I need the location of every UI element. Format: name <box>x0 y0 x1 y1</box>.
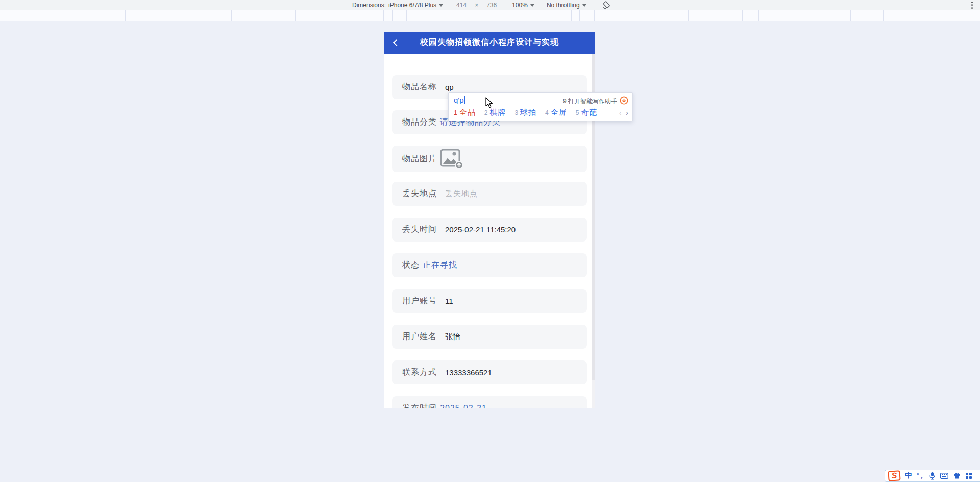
field-label: 物品名称 <box>402 82 445 92</box>
writing-assistant-icon[interactable] <box>620 96 628 107</box>
form-row-user-account: 用户账号 11 <box>392 289 587 313</box>
page-title: 校园失物招领微信小程序设计与实现 <box>420 37 559 48</box>
chevron-down-icon <box>530 4 534 7</box>
device-preset-dropdown[interactable]: iPhone 6/7/8 Plus <box>388 2 443 9</box>
text-caret <box>464 96 465 104</box>
ruler-tick <box>406 10 407 21</box>
form-row-contact: 联系方式 13333366521 <box>392 360 587 384</box>
viewport-width-input[interactable]: 414 <box>456 2 467 9</box>
field-label: 联系方式 <box>402 367 445 378</box>
toolbox-grid-icon[interactable] <box>966 473 972 479</box>
field-label: 物品图片 <box>402 154 437 164</box>
field-label: 物品分类 <box>402 117 437 128</box>
field-label: 发布时间 <box>402 403 437 408</box>
ruler-tick <box>571 10 572 21</box>
microphone-icon[interactable] <box>929 472 936 480</box>
ime-prev-page-icon[interactable]: ‹ <box>619 109 622 117</box>
ime-next-page-icon[interactable]: › <box>626 109 628 117</box>
sogou-ime-bar: S 中 °， <box>885 470 980 482</box>
mouse-cursor <box>484 97 494 111</box>
rotate-device-icon[interactable] <box>602 1 611 10</box>
lost-location-input[interactable]: 丢失地点 <box>445 189 478 199</box>
device-viewport: 校园失物招领微信小程序设计与实现 物品名称 qp 物品分类 请选择物品分类 物品… <box>384 32 595 408</box>
chevron-left-icon <box>393 39 400 46</box>
ruler-tick <box>742 10 743 21</box>
status-link[interactable]: 正在寻找 <box>423 260 457 271</box>
skin-shirt-icon[interactable] <box>953 472 961 479</box>
form-row-lost-location: 丢失地点 丢失地点 <box>392 182 587 206</box>
ruler-tick <box>125 10 126 21</box>
app-header: 校园失物招领微信小程序设计与实现 <box>384 32 595 54</box>
ime-candidate-3[interactable]: 3 球拍 <box>514 108 536 117</box>
ime-candidate-1[interactable]: 1 全品 <box>454 108 476 117</box>
ruler-tick <box>231 10 232 21</box>
ime-composition-text: q'p <box>454 95 464 104</box>
smart-writing-hint[interactable]: 9 打开智能写作助手 <box>563 97 617 106</box>
ruler-tick <box>579 10 580 21</box>
ruler-tick <box>594 10 595 21</box>
form-row-user-name: 用户姓名 张怡 <box>392 325 587 349</box>
ruler-tick <box>392 10 393 21</box>
multiply-sign: × <box>475 2 478 9</box>
user-account-value: 11 <box>445 297 453 305</box>
user-name-value: 张怡 <box>445 332 460 342</box>
soft-keyboard-icon[interactable] <box>940 473 948 479</box>
form-row-status: 状态 正在寻找 <box>392 253 587 277</box>
ruler-band <box>0 10 980 21</box>
zoom-dropdown[interactable]: 100% <box>512 2 534 9</box>
field-label: 状态 <box>402 260 420 271</box>
item-name-input[interactable]: qp <box>445 83 454 91</box>
devtools-device-toolbar: Dimensions: iPhone 6/7/8 Plus 414 × 736 … <box>0 0 980 10</box>
ime-candidate-5[interactable]: 5 奇葩 <box>576 108 598 117</box>
field-label: 用户账号 <box>402 296 445 306</box>
publish-time-value: 2025-02-21 <box>440 404 487 409</box>
form-row-publish-time: 发布时间 2025-02-21 <box>392 396 587 408</box>
field-label: 丢失时间 <box>402 224 445 235</box>
throttling-dropdown[interactable]: No throttling <box>547 2 586 9</box>
ruler-tick <box>758 10 759 21</box>
dimensions-label: Dimensions: <box>352 2 386 9</box>
lost-time-input[interactable]: 2025-02-21 11:45:20 <box>445 225 516 234</box>
punctuation-mode-icon[interactable]: °， <box>917 472 924 480</box>
ruler-tick <box>883 10 884 21</box>
contact-input[interactable]: 13333366521 <box>445 368 492 377</box>
viewport-height-input[interactable]: 736 <box>486 2 497 9</box>
chevron-down-icon <box>582 4 586 7</box>
chinese-mode-icon[interactable]: 中 <box>905 471 912 480</box>
field-label: 用户姓名 <box>402 331 445 342</box>
form-row-item-image: 物品图片 <box>392 146 587 172</box>
back-button[interactable] <box>393 38 404 47</box>
form-row-lost-time: 丢失时间 2025-02-21 11:45:20 <box>392 218 587 242</box>
ruler-tick <box>383 10 384 21</box>
more-options-icon[interactable] <box>971 2 973 9</box>
sogou-logo-icon[interactable]: S <box>888 470 900 481</box>
field-label: 丢失地点 <box>402 188 445 199</box>
ruler-tick <box>850 10 851 21</box>
ruler-tick <box>688 10 689 21</box>
ime-candidate-4[interactable]: 4 全屏 <box>545 108 567 117</box>
ruler-tick <box>295 10 296 21</box>
image-upload-icon[interactable] <box>440 148 463 170</box>
chevron-down-icon <box>439 4 443 7</box>
ime-candidate-window: q'p 9 打开智能写作助手 1 全品 2 棋牌 3 球拍 4 全屏 <box>448 92 633 121</box>
